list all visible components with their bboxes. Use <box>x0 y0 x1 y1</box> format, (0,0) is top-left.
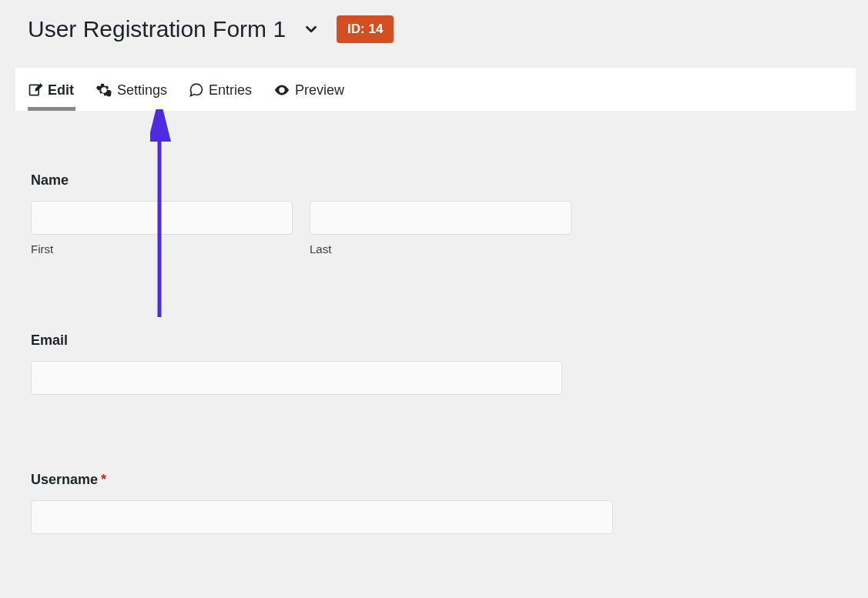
form-title: User Registration Form 1 <box>28 16 286 42</box>
comment-icon <box>189 82 204 98</box>
svg-point-1 <box>106 92 111 97</box>
tab-edit-label: Edit <box>48 82 74 99</box>
tab-preview[interactable]: Preview <box>273 82 344 103</box>
field-username-label-text: Username <box>31 472 98 487</box>
gear-icon <box>96 82 112 99</box>
field-email-label: Email <box>31 332 613 349</box>
tab-settings-label: Settings <box>117 82 167 99</box>
tab-preview-label: Preview <box>295 82 344 99</box>
required-marker: * <box>101 472 106 487</box>
last-name-sublabel: Last <box>310 242 571 256</box>
last-name-input[interactable] <box>310 201 571 235</box>
first-name-input[interactable] <box>31 201 293 235</box>
email-input[interactable] <box>31 361 562 395</box>
field-username-label: Username* <box>31 472 613 488</box>
tab-entries[interactable]: Entries <box>189 82 252 103</box>
username-input[interactable] <box>31 500 613 534</box>
tab-edit[interactable]: Edit <box>28 82 74 103</box>
field-username[interactable]: Username* <box>31 472 613 534</box>
form-editor-canvas: Name First Last Email Username* <box>28 111 613 534</box>
first-name-sublabel: First <box>31 242 293 256</box>
field-name[interactable]: Name First Last <box>31 172 613 256</box>
form-id-badge: ID: 14 <box>337 15 394 43</box>
tab-settings[interactable]: Settings <box>96 82 167 103</box>
field-name-label: Name <box>31 172 613 189</box>
form-switcher-dropdown[interactable] <box>300 18 323 41</box>
svg-point-2 <box>280 89 283 92</box>
edit-icon <box>28 82 43 98</box>
field-email[interactable]: Email <box>31 332 613 395</box>
form-tab-bar: Edit Settings Entries Preview <box>15 68 856 111</box>
tab-entries-label: Entries <box>209 82 252 99</box>
eye-icon <box>273 82 290 99</box>
form-header: User Registration Form 1 ID: 14 <box>28 15 868 43</box>
chevron-down-icon <box>303 21 320 38</box>
